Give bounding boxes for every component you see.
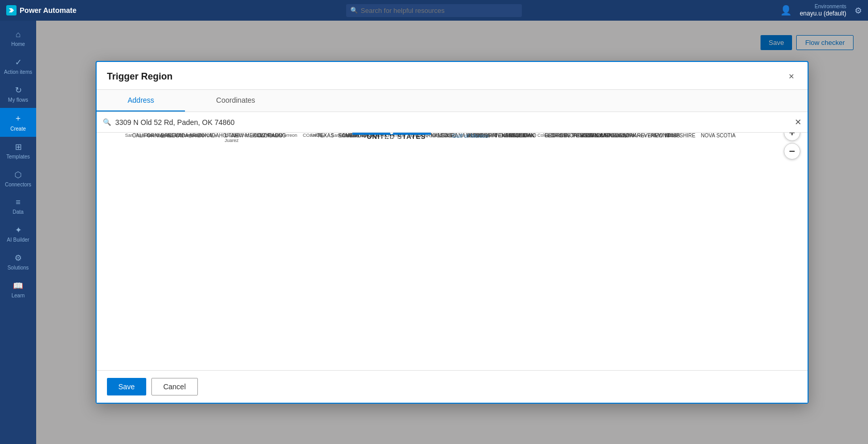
label-san-diego: San Diego — [146, 133, 168, 138]
label-kentucky: KENTUCKY — [502, 133, 530, 138]
label-texas: TEXAS — [317, 133, 334, 138]
settings-icon[interactable]: ⚙ — [855, 6, 862, 15]
label-memphis: Memphis — [467, 133, 486, 138]
label-michigan: MICHIGAN — [509, 133, 535, 138]
label-mississippi: MISSISSIPPI — [467, 133, 497, 138]
sidebar-item-templates-label: Templates — [6, 154, 30, 160]
label-idaho: IDAHO — [210, 133, 227, 138]
sidebar-item-home-label: Home — [11, 41, 25, 47]
modal-overlay: Trigger Region × Address Coordinates 🔍 ✕ — [36, 21, 868, 444]
power-automate-icon — [6, 5, 17, 15]
label-california: CALIFORNIA — [132, 133, 163, 138]
sidebar-item-ai-builder[interactable]: ✦ AI Builder — [0, 220, 36, 248]
dialog-tabs: Address Coordinates — [97, 90, 808, 112]
sidebar-item-connectors-label: Connectors — [5, 182, 31, 187]
label-nassau: Nassau — [609, 133, 625, 138]
top-search-input[interactable] — [346, 4, 522, 17]
brand-name: Power Automate — [20, 6, 76, 14]
label-south-dakota: SOUTH DAKOTA — [338, 133, 379, 138]
sidebar-item-templates[interactable]: ⊞ Templates — [0, 137, 36, 165]
create-icon: ＋ — [14, 113, 22, 124]
label-north-carolina: NORTH CAROLINA — [566, 133, 612, 138]
sidebar-item-my-flows[interactable]: ↻ My flows — [0, 80, 36, 108]
label-chicago: Chicago — [473, 133, 490, 138]
tab-coordinates[interactable]: Coordinates — [185, 90, 286, 112]
tab-address[interactable]: Address — [97, 90, 185, 112]
label-dallas: Dallas — [374, 133, 387, 138]
map-controls — [784, 133, 800, 160]
sidebar-item-data[interactable]: ≡ Data — [0, 193, 36, 220]
label-nevada: NEVADA — [168, 133, 189, 138]
dialog-footer: Save Cancel — [97, 370, 808, 403]
sidebar-item-learn[interactable]: 📖 Learn — [0, 276, 36, 304]
label-pennsylvania: PENNSYLVANIA — [573, 133, 612, 138]
label-austin: Austin — [346, 133, 359, 138]
solutions-icon: ⚙ — [14, 253, 22, 263]
label-gulf-of-mexico: Gulf of Mexico — [452, 133, 488, 139]
label-florida: FLORIDA — [545, 133, 567, 138]
label-mexicali: Mexicali — [161, 133, 178, 138]
label-alabama: ALABAMA — [509, 133, 533, 138]
label-saltillo: Saltillo — [310, 133, 324, 138]
sidebar-item-home[interactable]: ⌂ Home — [0, 25, 36, 52]
sidebar-item-action-items-label: Action items — [4, 69, 32, 75]
sidebar-item-ai-builder-label: AI Builder — [7, 237, 29, 243]
label-los-angeles: Los Angeles — [146, 133, 172, 138]
content-area: Save Flow checker Trigger Region × Addre… — [36, 21, 868, 444]
label-west-virginia: WEST VIRGINIA — [559, 133, 597, 138]
label-new-york-city: New York — [637, 133, 657, 138]
top-bar-right: 👤 Environments enayu.u (default) ⚙ — [780, 3, 862, 18]
sidebar-item-solutions[interactable]: ⚙ Solutions — [0, 248, 36, 276]
label-monterrey: Monterrey — [346, 133, 367, 138]
label-south-carolina: SOUTH CAROLINA — [580, 133, 626, 138]
home-icon: ⌂ — [16, 30, 21, 39]
label-nebraska: NEBRASKA — [346, 133, 374, 138]
save-button[interactable]: Save — [107, 378, 146, 395]
label-new-mexico: NEW MEXICO — [231, 133, 266, 138]
templates-icon: ⊞ — [15, 142, 22, 152]
dialog-header: Trigger Region × — [97, 62, 808, 90]
label-hermosillo: Hermosillo — [182, 133, 204, 138]
label-torreon: Torreon — [282, 133, 298, 138]
dialog-search-icon: 🔍 — [103, 118, 111, 126]
brand: Power Automate — [6, 5, 76, 15]
address-search-input[interactable] — [115, 118, 791, 126]
label-boston: Boston — [665, 133, 680, 138]
label-missouri: MISSOURI — [431, 133, 456, 138]
label-toronto: Toronto — [552, 133, 567, 138]
sidebar-item-create[interactable]: ＋ Create — [0, 108, 36, 137]
label-louisiana: LOUISIANA — [438, 133, 465, 138]
ai-builder-icon: ✦ — [15, 225, 22, 235]
selection-box — [352, 133, 430, 135]
trigger-region-dialog: Trigger Region × Address Coordinates 🔍 ✕ — [96, 61, 809, 404]
map-container[interactable]: OREGON IDAHO NEVADA UTAH CALIFORNIA ARIZ… — [97, 133, 808, 370]
label-ohio: OHIO — [523, 133, 537, 138]
env-label: Environments — [815, 3, 846, 10]
dialog-close-button[interactable]: × — [785, 70, 797, 83]
cancel-button[interactable]: Cancel — [151, 378, 198, 395]
label-las-vegas: Las Vegas — [175, 133, 196, 138]
label-nj: NJ — [623, 133, 629, 138]
label-detroit: Detroit — [516, 133, 530, 138]
label-wisconsin: WISCONSIN — [467, 133, 497, 138]
zoom-in-button[interactable] — [784, 133, 800, 141]
label-ciudad-juarez: CiudadJuarez — [225, 133, 240, 143]
label-iowa: IOWA — [409, 133, 423, 138]
sidebar-item-action-items[interactable]: ✓ Action items — [0, 52, 36, 80]
label-arizona: ARIZONA — [189, 133, 212, 138]
user-icon[interactable]: 👤 — [780, 5, 792, 16]
zoom-out-button[interactable] — [784, 143, 800, 160]
sidebar-item-connectors[interactable]: ⬡ Connectors — [0, 165, 36, 193]
search-clear-button[interactable]: ✕ — [795, 117, 801, 127]
dialog-title: Trigger Region — [107, 71, 173, 82]
label-new-york: NEW YORK — [609, 133, 637, 138]
label-arkansas: ARKANSAS — [424, 133, 452, 138]
label-columbus: Columbus — [537, 133, 559, 138]
sidebar-item-data-label: Data — [12, 209, 23, 215]
label-united-states: UNITED STATES — [367, 133, 426, 140]
sidebar-item-solutions-label: Solutions — [7, 265, 28, 271]
sidebar-item-learn-label: Learn — [11, 293, 25, 298]
sidebar: ⌂ Home ✓ Action items ↻ My flows ＋ Creat… — [0, 21, 36, 444]
label-denver: Denver — [267, 133, 282, 138]
learn-icon: 📖 — [13, 281, 23, 291]
